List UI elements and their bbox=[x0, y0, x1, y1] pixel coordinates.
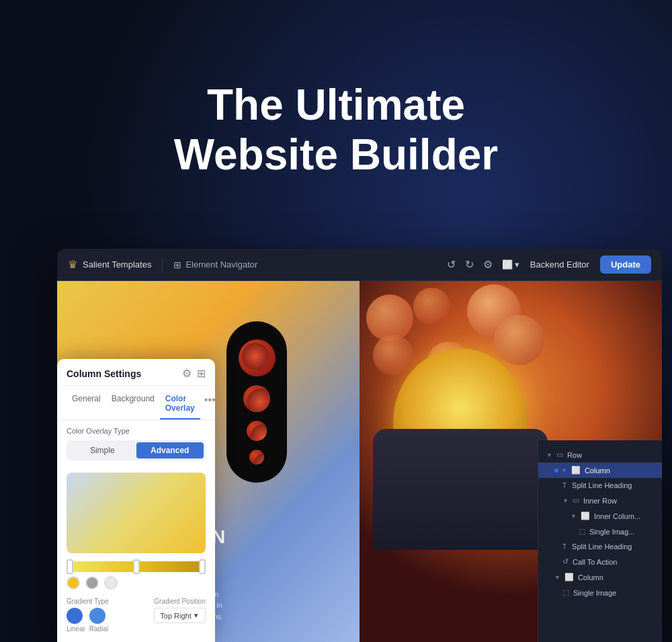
column-2-icon: ⬜ bbox=[564, 573, 574, 581]
gradient-stop-1[interactable] bbox=[67, 559, 73, 574]
gradient-type-swatches: Linear Radial bbox=[67, 608, 109, 633]
toolbar-divider bbox=[162, 258, 163, 272]
gradient-preview bbox=[67, 473, 206, 553]
panel-header: Column Settings ⚙ ⊞ bbox=[57, 359, 215, 386]
radial-swatch[interactable] bbox=[89, 608, 106, 624]
inner-column-icon: ⬜ bbox=[581, 512, 590, 520]
chevron-column: ▼ bbox=[561, 467, 567, 474]
image-icon-1: ⬚ bbox=[579, 527, 585, 536]
brand-logo: ♛ Salient Templates bbox=[68, 258, 151, 271]
gradient-position-group: Gradient Position Top Right ▾ bbox=[154, 598, 206, 623]
column-2-label: Column bbox=[578, 573, 654, 581]
moon-phase-4 bbox=[249, 450, 264, 465]
linear-label: Linear bbox=[67, 625, 85, 633]
single-image-2-label: Single Image bbox=[573, 589, 654, 597]
inner-row-icon: ▭ bbox=[573, 496, 579, 505]
tree-item-split-heading-2[interactable]: T Split Line Heading bbox=[538, 539, 662, 554]
update-button[interactable]: Update bbox=[600, 255, 651, 274]
row-label: Row bbox=[567, 451, 654, 459]
element-tree-panel: ▼ ▭ Row ▼ ⬜ Column T Split Line Heading … bbox=[538, 440, 662, 642]
editor-mockup: ♛ Salient Templates ⊞ Element Navigator … bbox=[57, 249, 662, 642]
gradient-slider-area bbox=[57, 559, 215, 592]
gradient-footer: Gradient Type Linear Radial Gradient Pos bbox=[57, 592, 215, 635]
element-navigator[interactable]: ⊞ Element Navigator bbox=[173, 259, 257, 270]
editor-content: DEEP SPACE EXPLORATION ...successful bus… bbox=[57, 281, 662, 642]
bubble-2 bbox=[413, 288, 450, 325]
position-dropdown[interactable]: Top Right ▾ bbox=[154, 608, 206, 623]
panel-expand-icon[interactable]: ⊞ bbox=[197, 367, 206, 380]
layers-icon: ⊞ bbox=[173, 259, 181, 270]
crown-icon: ♛ bbox=[68, 258, 77, 271]
tree-item-column-2[interactable]: ▼ ⬜ Column bbox=[538, 569, 662, 585]
column-label: Column bbox=[585, 467, 654, 475]
astronaut-body bbox=[373, 429, 548, 550]
chevron-col2: ▼ bbox=[554, 574, 560, 581]
nav-label: Element Navigator bbox=[185, 259, 257, 270]
monitor-icon: ⬜ bbox=[502, 259, 513, 270]
tree-item-split-heading-1[interactable]: T Split Line Heading bbox=[538, 478, 662, 493]
moon-phase-1 bbox=[239, 339, 276, 376]
backend-editor-button[interactable]: Backend Editor bbox=[530, 259, 589, 270]
hero-title-line2: Website Builder bbox=[0, 130, 672, 180]
column-settings-panel: Column Settings ⚙ ⊞ General Background C… bbox=[57, 359, 215, 642]
type-buttons: Simple Advanced bbox=[67, 440, 206, 460]
chevron-inner-col: ▼ bbox=[571, 513, 577, 520]
advanced-button[interactable]: Advanced bbox=[136, 442, 204, 458]
bubble-6 bbox=[494, 315, 544, 365]
color-stops-row bbox=[67, 576, 206, 590]
section-label: Color Overlay Type bbox=[67, 427, 206, 435]
redo-icon[interactable]: ↻ bbox=[465, 258, 474, 271]
dropdown-arrow: ▾ bbox=[515, 259, 519, 270]
chevron-inner-row: ▼ bbox=[562, 497, 569, 504]
color-stop-white[interactable] bbox=[104, 576, 118, 590]
gradient-type-group: Gradient Type Linear Radial bbox=[67, 598, 109, 633]
tab-background[interactable]: Background bbox=[106, 391, 160, 419]
tree-item-inner-column[interactable]: ▼ ⬜ Inner Colum... bbox=[538, 508, 662, 524]
inner-column-label: Inner Colum... bbox=[594, 512, 654, 520]
simple-button[interactable]: Simple bbox=[69, 442, 136, 458]
color-stop-gray[interactable] bbox=[85, 576, 99, 590]
undo-icon[interactable]: ↺ bbox=[447, 258, 456, 271]
overlay-type-section: Color Overlay Type Simple Advanced bbox=[57, 420, 215, 467]
tree-item-single-image-1[interactable]: ⬚ Single Imag... bbox=[538, 524, 662, 539]
text-icon: T bbox=[562, 482, 566, 489]
tree-item-inner-row[interactable]: ▼ ▭ Inner Row bbox=[538, 493, 662, 508]
bubble-4 bbox=[373, 335, 413, 375]
moon-phases-decoration bbox=[226, 321, 287, 483]
single-image-1-label: Single Imag... bbox=[589, 528, 654, 536]
gradient-stop-3[interactable] bbox=[199, 559, 206, 574]
selected-indicator bbox=[554, 469, 558, 473]
gradient-stop-2[interactable] bbox=[133, 559, 140, 574]
position-label: Gradient Position bbox=[154, 598, 206, 605]
action-icon: ↺ bbox=[562, 557, 569, 566]
tree-item-call-to-action[interactable]: ↺ Call To Action bbox=[538, 554, 662, 569]
tree-item-row[interactable]: ▼ ▭ Row bbox=[538, 447, 662, 463]
tree-item-single-image-2[interactable]: ⬚ Single Image bbox=[538, 585, 662, 600]
hero-title-line1: The Ultimate bbox=[0, 81, 672, 130]
panel-title: Column Settings bbox=[67, 368, 141, 379]
panel-header-icons: ⚙ ⊞ bbox=[182, 367, 206, 380]
toolbar: ♛ Salient Templates ⊞ Element Navigator … bbox=[57, 249, 662, 281]
row-icon: ▭ bbox=[556, 450, 563, 459]
tab-more[interactable]: ••• bbox=[200, 391, 220, 419]
chevron-row: ▼ bbox=[546, 452, 552, 458]
split-heading-1-label: Split Line Heading bbox=[572, 481, 654, 489]
tab-color-overlay[interactable]: Color Overlay bbox=[160, 391, 200, 419]
responsive-toggle[interactable]: ⬜ ▾ bbox=[502, 259, 519, 270]
brand-label: Salient Templates bbox=[83, 259, 151, 270]
toolbar-actions: ↺ ↻ ⚙ ⬜ ▾ bbox=[447, 258, 519, 271]
split-heading-2-label: Split Line Heading bbox=[572, 543, 654, 551]
tree-item-column[interactable]: ▼ ⬜ Column bbox=[538, 463, 662, 478]
color-stop-yellow[interactable] bbox=[67, 576, 80, 590]
gradient-bar[interactable] bbox=[67, 561, 206, 572]
settings-icon[interactable]: ⚙ bbox=[483, 258, 493, 271]
tab-general[interactable]: General bbox=[67, 391, 106, 419]
dropdown-chevron: ▾ bbox=[194, 611, 198, 620]
image-icon-2: ⬚ bbox=[562, 588, 569, 597]
position-value: Top Right bbox=[160, 612, 191, 620]
panel-settings-icon[interactable]: ⚙ bbox=[182, 367, 192, 380]
radial-label: Radial bbox=[89, 625, 108, 633]
linear-swatch[interactable] bbox=[67, 608, 83, 624]
call-to-action-label: Call To Action bbox=[573, 558, 654, 566]
text-icon-2: T bbox=[562, 543, 566, 551]
